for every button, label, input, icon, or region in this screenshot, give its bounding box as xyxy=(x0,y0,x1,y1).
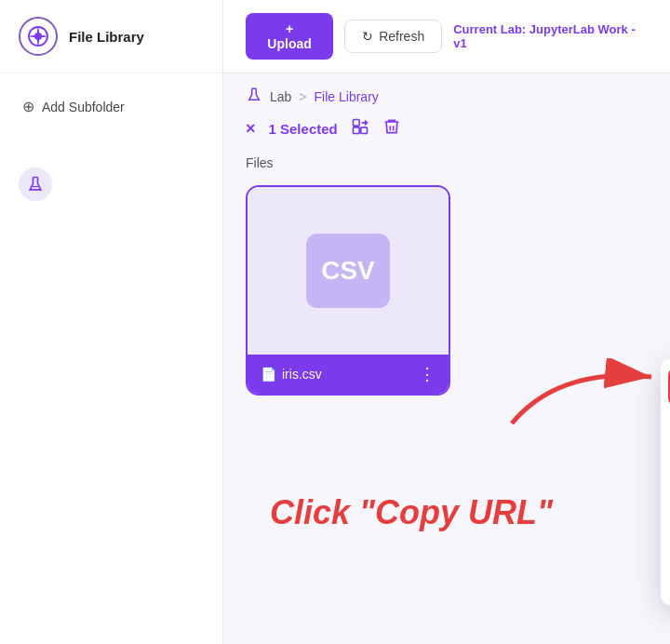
file-options-button[interactable]: ⋮ xyxy=(419,364,436,384)
upload-button[interactable]: + Upload xyxy=(246,13,333,60)
sidebar-lab-area xyxy=(0,158,222,210)
topbar: + Upload ↻ Refresh Current Lab: JupyterL… xyxy=(223,0,670,74)
selected-count-text: 1 Selected xyxy=(269,121,338,137)
selection-bar: × 1 Selected xyxy=(223,112,670,152)
current-lab-info: Current Lab: JupyterLab Work - v1 xyxy=(453,22,648,50)
context-menu-rename[interactable]: ✏️ Rename xyxy=(661,408,670,446)
sidebar-title: File Library xyxy=(69,29,144,45)
svg-rect-2 xyxy=(353,120,359,127)
move-selection-icon[interactable] xyxy=(351,117,369,141)
files-section: Files CSV 📄 iris.csv ⋮ xyxy=(223,152,670,396)
breadcrumb-lab-icon xyxy=(246,87,262,106)
context-menu-make-copy[interactable]: 📄 Make a Copy xyxy=(661,484,670,522)
context-menu-details[interactable]: ℹ️ Details xyxy=(661,446,670,484)
refresh-button[interactable]: ↻ Refresh xyxy=(344,20,442,53)
add-subfolder-button[interactable]: ⊕ Add Subfolder xyxy=(11,88,211,125)
file-card[interactable]: CSV 📄 iris.csv ⋮ xyxy=(246,185,450,396)
logo-icon xyxy=(19,17,58,56)
main-content: + Upload ↻ Refresh Current Lab: JupyterL… xyxy=(223,0,670,644)
sidebar: File Library ⊕ Add Subfolder xyxy=(0,0,223,644)
file-card-footer: 📄 iris.csv ⋮ xyxy=(248,355,449,394)
file-name: iris.csv xyxy=(282,367,322,382)
svg-rect-3 xyxy=(353,127,359,134)
files-section-label: Files xyxy=(246,155,648,170)
deselect-button[interactable]: × xyxy=(246,119,256,139)
csv-type-badge: CSV xyxy=(306,234,390,308)
svg-rect-4 xyxy=(361,127,368,134)
refresh-icon: ↻ xyxy=(362,29,373,44)
breadcrumb-separator: > xyxy=(299,89,306,104)
sidebar-nav: ⊕ Add Subfolder xyxy=(0,74,222,140)
context-menu-delete[interactable]: 🗑️ Delete xyxy=(661,560,670,598)
breadcrumb: Lab > File Library xyxy=(223,74,670,112)
file-preview: CSV xyxy=(248,187,449,355)
current-lab-prefix: Current Lab: xyxy=(453,22,526,36)
delete-selection-icon[interactable] xyxy=(382,117,401,141)
add-subfolder-label: Add Subfolder xyxy=(42,100,125,114)
plus-circle-icon: ⊕ xyxy=(22,98,34,115)
context-menu-move-to[interactable]: 📤 Move To xyxy=(661,522,670,560)
breadcrumb-current: File Library xyxy=(315,89,379,104)
file-name-row: 📄 iris.csv xyxy=(261,367,322,382)
context-menu: 🔗 Copy URL ✏️ Rename ℹ️ Details 📄 Make a… xyxy=(661,358,670,606)
refresh-label: Refresh xyxy=(379,29,424,44)
lab-flask-icon xyxy=(19,168,52,201)
click-annotation-label: Click "Copy URL" xyxy=(270,493,553,532)
sidebar-logo-area: File Library xyxy=(0,0,222,74)
breadcrumb-parent[interactable]: Lab xyxy=(270,89,291,104)
file-doc-icon: 📄 xyxy=(261,367,276,382)
